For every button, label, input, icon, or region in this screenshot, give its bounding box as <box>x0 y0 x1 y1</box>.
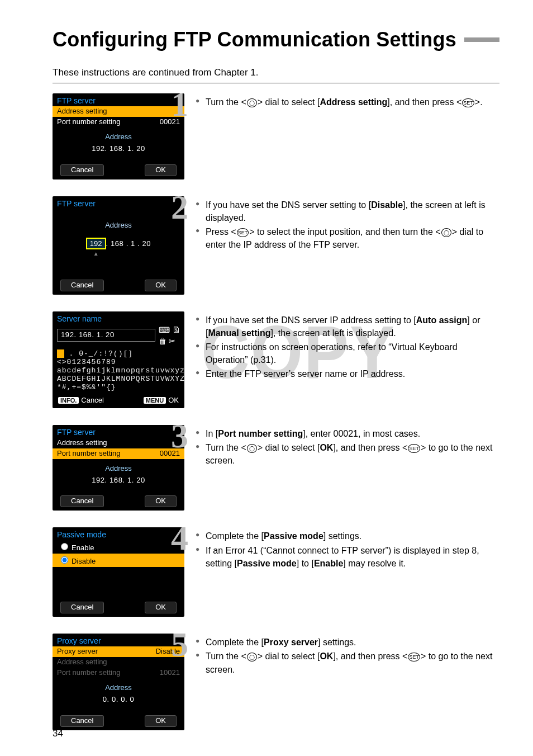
address-value: 192. 168. 1. 20 <box>53 141 184 162</box>
screen-passive-mode: Passive mode Enable Disable Cancel OK <box>53 527 184 617</box>
address-label: Address <box>53 678 184 692</box>
keyboard-mode-icon: ⌨ 🖻 <box>159 325 180 334</box>
screen-title: FTP server <box>53 196 184 209</box>
step-number-2: 2 <box>171 190 188 224</box>
screen-ftp-address: FTP server Address setting Port number s… <box>53 93 184 179</box>
page-title: Configuring FTP Communication Settings <box>53 28 499 51</box>
cancel-button[interactable]: Cancel <box>60 495 104 507</box>
step-number-1: 1 <box>171 87 188 121</box>
separator <box>53 83 499 83</box>
ok-button[interactable]: OK <box>145 715 177 727</box>
row-address-setting: Address setting <box>53 657 184 668</box>
row-address-setting: Address setting <box>53 106 184 117</box>
step-5-bullets: Complete the [Proxy server] settings. Tu… <box>196 636 499 676</box>
step-2-bullets: If you have set the DNS server setting t… <box>196 199 499 252</box>
screen-title: Passive mode <box>53 527 184 540</box>
screen-proxy-server: Proxy server Proxy serverDisable Address… <box>53 634 184 730</box>
step-number-4: 4 <box>171 521 188 555</box>
screen-ftp-port: FTP server Address setting Port number s… <box>53 425 184 511</box>
step-number-3: 3 <box>171 418 188 453</box>
screen-title: Server name <box>53 311 184 324</box>
address-label: Address <box>53 216 184 230</box>
address-label: Address <box>53 127 184 141</box>
ip-segment-active[interactable]: 192 <box>86 238 106 249</box>
row-port-number: Port number setting00021 <box>53 117 184 127</box>
cancel-button[interactable]: Cancel <box>60 715 104 727</box>
ip-rest: . 168 . 1 . 20 <box>106 239 151 248</box>
screen-virtual-keyboard: Server name 192. 168. 1. 20 ⌨ 🖻🗑 ✂ . 0-_… <box>53 311 184 408</box>
ok-button[interactable]: OK <box>145 280 177 291</box>
keyboard-value[interactable]: 192. 168. 1. 20 <box>57 329 155 342</box>
cancel-button[interactable]: Cancel <box>60 164 104 176</box>
title-rule <box>464 37 499 42</box>
row-address-setting: Address setting <box>53 438 184 448</box>
screen-title: FTP server <box>53 93 184 106</box>
set-icon: SET <box>408 444 420 453</box>
row-port-number: Port number setting00021 <box>53 448 184 459</box>
radio-disable[interactable]: Disable <box>53 554 184 567</box>
step-2b-bullets: If you have set the DNS server IP addres… <box>196 314 499 381</box>
screen-title: Proxy server <box>53 634 184 646</box>
set-icon: SET <box>237 228 249 237</box>
step-number-5: 5 <box>171 627 188 662</box>
screen-ip-entry: FTP server Address 192. 168 . 1 . 20 Can… <box>53 196 184 295</box>
radio-enable[interactable]: Enable <box>53 540 184 554</box>
set-icon: SET <box>408 653 420 662</box>
row-port-number: Port number setting10021 <box>53 668 184 678</box>
char-grid[interactable]: . 0-_/:!?()[]<>0123456789 abcdefghijklmn… <box>53 347 184 394</box>
address-value: 192. 168. 1. 20 <box>53 473 184 494</box>
ok-button[interactable]: OK <box>145 602 177 613</box>
step-3-bullets: In [Port number setting], enter 00021, i… <box>196 427 499 467</box>
screen-title: FTP server <box>53 425 184 438</box>
address-label: Address <box>53 459 184 473</box>
delete-icon: 🗑 ✂ <box>159 337 180 346</box>
address-value: 0. 0. 0. 0 <box>53 692 184 713</box>
info-cancel[interactable]: INFO.Cancel <box>58 396 104 405</box>
step-1-bullets: Turn the <◯> dial to select [Address set… <box>196 96 499 108</box>
ok-button[interactable]: OK <box>145 164 177 176</box>
row-proxy-server: Proxy serverDisable <box>53 646 184 657</box>
menu-ok[interactable]: MENUOK <box>144 396 179 405</box>
cancel-button[interactable]: Cancel <box>60 280 104 291</box>
dial-icon: ◯ <box>247 444 257 453</box>
intro-text: These instructions are continued from Ch… <box>53 67 499 78</box>
set-icon: SET <box>462 98 474 107</box>
step-4-bullets: Complete the [Passive mode] settings. If… <box>196 530 499 570</box>
dial-icon: ◯ <box>247 98 257 107</box>
cancel-button[interactable]: Cancel <box>60 602 104 613</box>
dial-icon: ◯ <box>247 653 257 662</box>
ok-button[interactable]: OK <box>145 495 177 507</box>
dial-icon: ◯ <box>441 228 451 237</box>
